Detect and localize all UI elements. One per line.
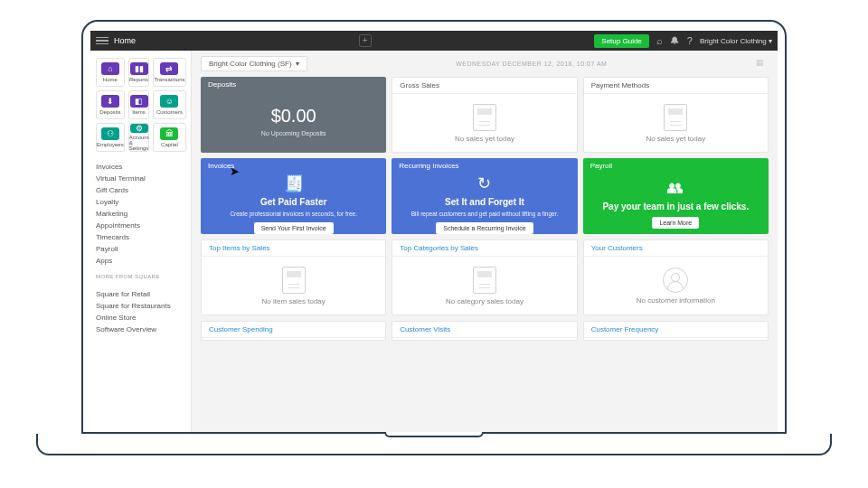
nav-capital[interactable]: 🏛︎Capital	[153, 123, 185, 152]
sidebar-link[interactable]: Online Store	[96, 312, 185, 324]
card-customers[interactable]: Your Customers No customer information	[583, 239, 769, 315]
card-invoices[interactable]: Invoices 🧾Get Paid FasterCreate professi…	[201, 158, 386, 234]
sidebar-link[interactable]: Apps	[96, 255, 185, 267]
location-selector[interactable]: Bright Color Clothing (SF)▾	[201, 56, 307, 71]
employees-icon: ⚇	[101, 127, 119, 140]
sidebar-link[interactable]: Gift Cards	[96, 184, 185, 196]
help-icon[interactable]: ?	[687, 35, 693, 46]
sidebar-link[interactable]: Appointments	[96, 220, 185, 231]
receipt-icon	[664, 104, 687, 131]
transactions-icon: ⇄	[160, 62, 178, 75]
main-content: Bright Color Clothing (SF)▾ WEDNESDAY DE…	[192, 51, 778, 432]
sidebar-link[interactable]: Invoices	[96, 161, 185, 173]
team-icon: 👥︎	[667, 179, 684, 198]
search-icon[interactable]: ⌕	[656, 35, 663, 46]
reports-icon: ▮▮	[130, 62, 148, 75]
laptop-notch	[384, 432, 484, 437]
sidebar-link[interactable]: Virtual Terminal	[96, 173, 185, 184]
send-invoice-button[interactable]: Send Your First Invoice	[254, 222, 334, 234]
invoice-icon: 🧾	[284, 174, 304, 193]
card-customer-frequency[interactable]: Customer Frequency	[583, 321, 769, 341]
sidebar-link[interactable]: Software Overview	[96, 324, 185, 335]
card-recurring-invoices[interactable]: Recurring Invoices ↻Set It and Forget It…	[392, 158, 577, 234]
notification-icon[interactable]: 🔔︎	[670, 35, 680, 46]
page-title: Home	[114, 36, 136, 45]
sidebar-link[interactable]: Marketing	[96, 208, 185, 220]
sidebar-links: Invoices Virtual Terminal Gift Cards Loy…	[96, 161, 185, 267]
receipt-icon	[473, 267, 496, 294]
nav-items[interactable]: ◧Items	[128, 90, 150, 119]
sidebar-link[interactable]: Loyalty	[96, 196, 185, 208]
card-customer-visits[interactable]: Customer Visits	[392, 321, 577, 341]
card-deposits[interactable]: Deposits $0.00No Upcoming Deposits	[201, 77, 386, 153]
layout-icon[interactable]: ▦	[756, 58, 769, 70]
sidebar-link[interactable]: Timecards	[96, 231, 185, 243]
topbar-right: Setup Guide ⌕ 🔔︎ ? Bright Color Clothing…	[594, 34, 772, 48]
add-icon[interactable]	[359, 34, 372, 47]
recurring-icon: ↻	[477, 174, 491, 193]
customers-icon: ☺	[160, 95, 178, 108]
home-icon: ⌂	[101, 62, 119, 75]
receipt-icon	[473, 104, 496, 131]
nav-customers[interactable]: ☺Customers	[153, 90, 185, 119]
laptop-frame: Home Setup Guide ⌕ 🔔︎ ? Bright Color Clo…	[81, 20, 787, 434]
learn-more-button[interactable]: Learn More	[652, 217, 699, 229]
sidebar-link[interactable]: Square for Retail	[96, 288, 185, 300]
items-icon: ◧	[130, 95, 148, 108]
sidebar-link[interactable]: Payroll	[96, 243, 185, 255]
nav-deposits[interactable]: ⬇Deposits	[96, 90, 125, 119]
capital-icon: 🏛︎	[160, 127, 178, 140]
deposits-amount: $0.00	[271, 106, 316, 127]
date-label: WEDNESDAY DECEMBER 12, 2018, 10:07 AM	[307, 61, 756, 67]
nav-reports[interactable]: ▮▮Reports	[128, 58, 150, 87]
chevron-down-icon: ▾	[296, 60, 299, 68]
card-top-categories[interactable]: Top Categories by Sales No category sale…	[392, 239, 577, 315]
card-payroll[interactable]: Payroll 👥︎Pay your team in just a few cl…	[583, 158, 769, 234]
nav-settings[interactable]: ⚙Account & Settings	[128, 123, 150, 152]
receipt-icon	[282, 267, 306, 294]
nav-employees[interactable]: ⚇Employees	[96, 123, 125, 152]
nav-home[interactable]: ⌂Home	[96, 58, 125, 87]
setup-guide-button[interactable]: Setup Guide	[594, 34, 648, 48]
sidebar-more-heading: MORE FROM SQUARE	[96, 274, 185, 279]
card-top-items[interactable]: Top Items by Sales No item sales today	[201, 239, 386, 315]
nav-grid: ⌂Home ▮▮Reports ⇄Transactions ⬇Deposits …	[96, 58, 185, 152]
sidebar-more: Square for Retail Square for Restaurants…	[96, 288, 185, 335]
card-payment-methods[interactable]: Payment Methods No sales yet today	[583, 77, 769, 153]
nav-transactions[interactable]: ⇄Transactions	[153, 58, 185, 87]
sidebar: ⌂Home ▮▮Reports ⇄Transactions ⬇Deposits …	[90, 51, 192, 432]
card-gross-sales[interactable]: Gross Sales No sales yet today	[392, 77, 577, 153]
deposits-icon: ⬇	[101, 95, 119, 108]
schedule-invoice-button[interactable]: Schedule a Recurring Invoice	[436, 222, 533, 234]
sidebar-link[interactable]: Square for Restaurants	[96, 300, 185, 312]
account-menu[interactable]: Bright Color Clothing ▾	[700, 37, 772, 45]
app-screen: Home Setup Guide ⌕ 🔔︎ ? Bright Color Clo…	[90, 31, 778, 432]
topbar: Home Setup Guide ⌕ 🔔︎ ? Bright Color Clo…	[90, 31, 778, 51]
card-customer-spending[interactable]: Customer Spending	[201, 321, 386, 341]
avatar-icon	[663, 267, 688, 293]
menu-icon[interactable]	[96, 35, 108, 47]
settings-icon: ⚙	[130, 124, 148, 133]
